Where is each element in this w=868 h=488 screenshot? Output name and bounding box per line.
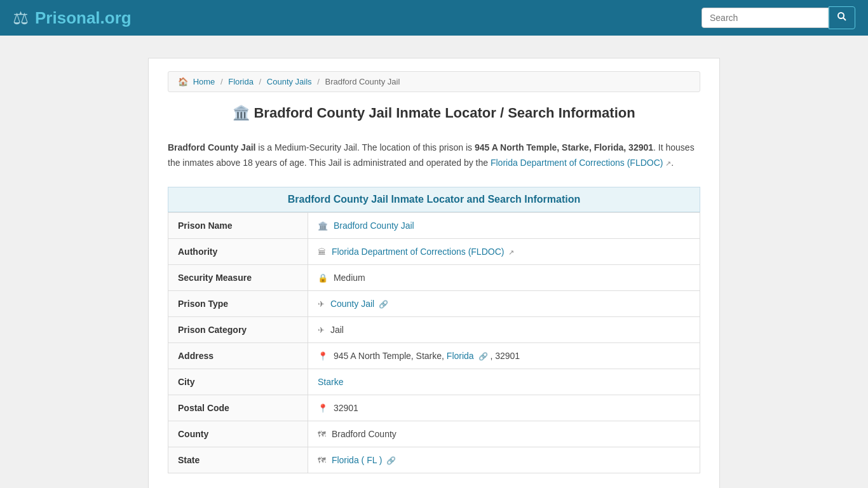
table-row: Address 📍 945 A North Temple, Starke, Fl… <box>168 342 700 369</box>
table-row: Security Measure 🔒 Medium <box>168 264 700 290</box>
security-value: Medium <box>334 273 365 283</box>
table-value: ✈ County Jail 🔗 <box>308 290 700 316</box>
table-label: Security Measure <box>168 264 308 290</box>
table-value: 🏛 Florida Department of Corrections (FLD… <box>308 238 700 264</box>
prison-name-link[interactable]: Bradford County Jail <box>334 220 414 231</box>
table-value: 🗺 Bradford County <box>308 421 700 447</box>
fldoc-link[interactable]: Florida Department of Corrections (FLDOC… <box>491 158 663 168</box>
state-icon: 🗺 <box>318 456 326 465</box>
logo-area: ⚖ Prisonal.org <box>13 8 132 29</box>
county-value: Bradford County <box>332 429 397 439</box>
table-row: City Starke <box>168 369 700 395</box>
search-button[interactable] <box>829 6 855 29</box>
prison-name-bold: Bradford County Jail <box>168 142 255 152</box>
table-value: 🔒 Medium <box>308 264 700 290</box>
logo-icon: ⚖ <box>13 8 29 29</box>
table-row: Postal Code 📍 32901 <box>168 395 700 421</box>
breadcrumb: 🏠 Home / Florida / County Jails / Bradfo… <box>168 71 700 92</box>
table-row: Prison Type ✈ County Jail 🔗 <box>168 290 700 316</box>
breadcrumb-category[interactable]: County Jails <box>267 77 312 86</box>
section-title-text: Bradford County Jail Inmate Locator and … <box>288 194 581 205</box>
breadcrumb-home[interactable]: Home <box>193 77 215 86</box>
site-header: ⚖ Prisonal.org <box>0 0 868 36</box>
table-row: Authority 🏛 Florida Department of Correc… <box>168 238 700 264</box>
table-label: County <box>168 421 308 447</box>
city-link[interactable]: Starke <box>318 377 343 387</box>
address-prefix: 945 A North Temple, Starke, <box>334 351 447 361</box>
logo-tld: .org <box>100 8 132 27</box>
prison-icon: 🏛️ <box>318 221 328 231</box>
table-label: Prison Type <box>168 290 308 316</box>
table-value: 🗺 Florida ( FL ) 🔗 <box>308 447 700 473</box>
postal-icon: 📍 <box>318 403 328 413</box>
table-label: Postal Code <box>168 395 308 421</box>
anchor-icon: 🔗 <box>379 300 388 309</box>
table-value: 📍 32901 <box>308 395 700 421</box>
table-label: City <box>168 369 308 395</box>
breadcrumb-sep-1: / <box>220 77 223 86</box>
svg-point-0 <box>838 13 844 18</box>
table-label: Prison Category <box>168 316 308 342</box>
type-icon: ✈ <box>318 299 325 309</box>
table-value: 📍 945 A North Temple, Starke, Florida 🔗 … <box>308 342 700 369</box>
county-icon: 🗺 <box>318 430 326 439</box>
search-input[interactable] <box>702 8 829 28</box>
table-label: State <box>168 447 308 473</box>
table-value: ✈ Jail <box>308 316 700 342</box>
main-content: 🏠 Home / Florida / County Jails / Bradfo… <box>148 58 720 488</box>
table-row: Prison Name 🏛️ Bradford County Jail <box>168 212 700 238</box>
table-row: State 🗺 Florida ( FL ) 🔗 <box>168 447 700 473</box>
authority-icon: 🏛 <box>318 247 326 257</box>
state-link-address[interactable]: Florida <box>447 351 474 361</box>
breadcrumb-sep-3: / <box>317 77 320 86</box>
state-link[interactable]: Florida ( FL ) <box>332 455 383 465</box>
search-icon <box>837 11 847 22</box>
description: Bradford County Jail is a Medium-Securit… <box>168 140 700 171</box>
postal-value: 32901 <box>334 403 358 413</box>
breadcrumb-state[interactable]: Florida <box>228 77 254 86</box>
desc-address: 945 A North Temple, Starke, Florida, 329… <box>475 142 653 152</box>
anchor-icon-3: 🔗 <box>386 456 396 465</box>
logo-text: Prisonal.org <box>35 8 132 28</box>
title-icon: 🏛️ <box>233 105 250 121</box>
table-row: Prison Category ✈ Jail <box>168 316 700 342</box>
table-label: Address <box>168 342 308 369</box>
search-area <box>702 6 855 29</box>
category-icon: ✈ <box>318 325 325 335</box>
ext-link-icon: ↗ <box>508 248 514 256</box>
ext-icon: ↗ <box>665 159 671 167</box>
svg-line-1 <box>843 18 846 20</box>
title-text: Bradford County Jail Inmate Locator / Se… <box>254 105 635 121</box>
address-suffix: , 32901 <box>490 351 520 361</box>
table-value: 🏛️ Bradford County Jail <box>308 212 700 238</box>
desc-part1: is a Medium-Security Jail. The location … <box>255 142 474 152</box>
section-title: Bradford County Jail Inmate Locator and … <box>168 187 700 212</box>
address-icon: 📍 <box>318 351 328 361</box>
table-value: Starke <box>308 369 700 395</box>
prison-type-link[interactable]: County Jail <box>330 299 374 309</box>
page-title: 🏛️ Bradford County Jail Inmate Locator /… <box>168 105 700 128</box>
category-value: Jail <box>330 325 344 335</box>
table-label: Authority <box>168 238 308 264</box>
table-label: Prison Name <box>168 212 308 238</box>
info-table: Prison Name 🏛️ Bradford County Jail Auth… <box>168 212 700 473</box>
desc-end: . <box>671 158 674 168</box>
breadcrumb-current: Bradford County Jail <box>325 77 400 86</box>
anchor-icon-2: 🔗 <box>478 352 488 361</box>
logo-name: Prisonal <box>35 8 100 27</box>
breadcrumb-sep-2: / <box>259 77 262 86</box>
authority-link[interactable]: Florida Department of Corrections (FLDOC… <box>332 247 505 257</box>
table-row: County 🗺 Bradford County <box>168 421 700 447</box>
home-icon: 🏠 <box>178 77 188 86</box>
lock-icon: 🔒 <box>318 273 328 283</box>
